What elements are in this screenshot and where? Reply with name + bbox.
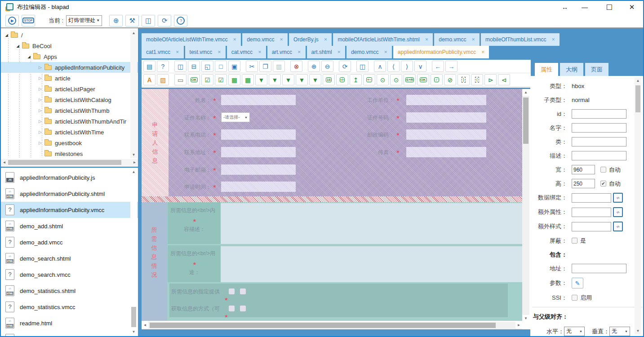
form-text-input[interactable] [221, 164, 296, 175]
select-group-tool-icon[interactable]: ▼ [269, 74, 281, 85]
rectangle-dashed-icon[interactable]: ▣ [228, 61, 240, 72]
form-checkbox[interactable] [229, 288, 235, 294]
expand-icon[interactable]: ▷ [37, 130, 43, 134]
form-text-input[interactable] [406, 147, 486, 157]
scroll-up-icon[interactable]: ▲ [635, 77, 641, 84]
tree-item-guestbook[interactable]: ▷guestbook [1, 137, 138, 148]
scrollbar-thumb[interactable] [131, 307, 136, 327]
scroll-down-icon[interactable]: ▼ [130, 328, 137, 335]
form-text-input[interactable] [221, 182, 296, 192]
form-text-input[interactable] [221, 129, 296, 140]
calendar-tool-icon[interactable]: ▦ [228, 74, 240, 85]
tab-cat-vmcc[interactable]: cat.vmcc✕ [227, 46, 266, 58]
panel-corner-icon[interactable]: ◱ [201, 61, 213, 72]
delete-icon[interactable]: ⊗ [290, 61, 302, 72]
tree-item-appliedinformationpublicity[interactable]: ▷appliedInformationPublicity [1, 62, 138, 73]
tab-close-icon[interactable]: ✕ [258, 50, 262, 54]
code-editor-icon[interactable]: ‹/› [613, 222, 623, 231]
collapse-icon[interactable]: ◢ [26, 55, 32, 59]
scroll-up-icon[interactable]: ▲ [522, 89, 529, 96]
tab-mobileofthumblist-vmcc[interactable]: mobileOfThumbList.vmcc✕ [481, 33, 560, 46]
form-text-input[interactable] [406, 95, 486, 105]
region-right-tool-icon[interactable]: ⟩ [457, 74, 470, 85]
help-icon[interactable]: ? [157, 61, 169, 72]
expand-icon[interactable]: ▷ [37, 87, 43, 91]
tab-properties[interactable]: 属性 [535, 63, 558, 76]
date-input-tool-icon[interactable]: 16 [323, 74, 335, 85]
expand-icon[interactable]: ▷ [37, 141, 43, 145]
code-editor-icon[interactable]: ‹/› [613, 207, 623, 217]
tab-demo-vmcc[interactable]: demo.vmcc✕ [242, 33, 288, 46]
search-replace-tool-icon[interactable]: S+R [404, 74, 416, 85]
checkbox-group-tool-icon[interactable]: ☑ [215, 74, 227, 85]
tree-item-articlelistwithcatalog[interactable]: ▷articleListWithCatalog [1, 94, 138, 105]
tab-close-icon[interactable]: ✕ [425, 37, 429, 42]
tree-item-articlelistwithtime[interactable]: ▷articleListWithTime [1, 127, 138, 137]
tab-mobileofarticlelistwithtime-vmcc[interactable]: mobileOfArticleListWithTime.vmcc✕ [142, 33, 241, 46]
flow-right-tool-icon[interactable]: ⊳ [484, 74, 497, 85]
databind-field[interactable] [572, 193, 611, 203]
checkbox-tool-icon[interactable]: ☑ [201, 74, 213, 85]
form-textarea[interactable] [221, 203, 522, 244]
file-item-appliedinformationpublicity-js[interactable]: JSappliedInformationPublicity.js [1, 169, 138, 186]
tree-item-apps[interactable]: ◢Apps [1, 51, 138, 62]
tab-close-icon[interactable]: ✕ [551, 37, 555, 42]
width-field[interactable] [572, 165, 595, 174]
file-item-item[interactable] [1, 331, 138, 336]
mask-checkbox[interactable] [572, 238, 577, 244]
hide-element-tool-icon[interactable]: ⊘ [444, 74, 456, 85]
scroll-right-icon[interactable]: ► [131, 159, 138, 166]
code-editor-icon[interactable]: ‹/› [613, 193, 623, 203]
form-text-input[interactable] [406, 129, 486, 140]
nav-back-icon[interactable]: ← [432, 61, 444, 72]
file-item-demo-add-shtml[interactable]: ‹/›HTMLdemo_add.shtml [1, 218, 138, 234]
tab-test-vmcc[interactable]: test.vmcc✕ [185, 46, 226, 58]
files-vertical-scrollbar[interactable]: ▲ ▼ [130, 168, 137, 335]
select-text-tool-icon[interactable]: ▼ [282, 74, 294, 85]
maximize-button[interactable]: ☐ [600, 1, 618, 13]
tab-close-icon[interactable]: ✕ [472, 37, 475, 42]
help-button[interactable]: ? [174, 15, 187, 27]
ssi-checkbox[interactable] [572, 295, 577, 301]
radio-tool-icon[interactable]: ⊙ [377, 74, 389, 85]
zoom-in-icon[interactable]: ⊕ [308, 61, 320, 72]
tree-item-becool[interactable]: ◢BeCool [1, 40, 138, 51]
edit-params-icon[interactable]: ✎ [572, 278, 583, 288]
class-field[interactable] [572, 137, 626, 146]
file-item-appliedinformationpublicity-shtml[interactable]: ‹/›HTMLappliedInformationPublicity.shtml [1, 186, 138, 202]
collapse-icon[interactable]: ◢ [4, 33, 9, 37]
tree-item-articlelistwiththumb[interactable]: ▷articleListWithThumb [1, 105, 138, 116]
expand-icon[interactable]: ▷ [37, 76, 43, 80]
scroll-right-icon[interactable]: ► [515, 322, 522, 328]
height-field[interactable] [572, 179, 595, 188]
split-horizontal-icon[interactable]: ⊟ [188, 61, 200, 72]
expand-icon[interactable]: ▷ [37, 98, 43, 102]
scroll-up-icon[interactable]: ▲ [130, 168, 137, 175]
tree-item-articlelistwiththumbandtir[interactable]: ▷articleListWithThumbAndTir [1, 116, 138, 127]
zoom-out-icon[interactable]: ⊖ [321, 61, 333, 72]
scroll-left-icon[interactable]: ◄ [1, 159, 8, 166]
tree-item-articlelistpager[interactable]: ▷articleListPager [1, 84, 138, 94]
refresh-icon[interactable]: ⟳ [339, 61, 351, 72]
form-checkbox[interactable] [240, 306, 246, 311]
tab-close-icon[interactable]: ✕ [338, 50, 341, 54]
form-text-input[interactable] [221, 95, 296, 105]
file-item-demo-statistics-shtml[interactable]: ‹/›HTMLdemo_statistics.shtml [1, 283, 138, 299]
move-left-icon[interactable]: ⟨ [387, 61, 400, 72]
select-time-tool-icon[interactable]: ▼ [309, 74, 321, 85]
move-up-icon[interactable]: ∧ [374, 61, 386, 72]
scrollbar-thumb[interactable] [523, 98, 529, 144]
form-checkbox[interactable] [229, 306, 235, 311]
tab-page[interactable]: 页面 [585, 63, 608, 76]
close-button[interactable]: ✕ [623, 1, 641, 13]
width-auto-checkbox[interactable] [600, 167, 606, 173]
canvas-vertical-scrollbar[interactable]: ▲ ▼ [522, 89, 529, 322]
radio-group-tool-icon[interactable]: ⊙ [390, 74, 402, 85]
paste-icon[interactable]: ▥ [273, 61, 285, 72]
tab-close-icon[interactable]: ✕ [233, 37, 237, 42]
address-field[interactable] [572, 264, 626, 273]
select-link-tool-icon[interactable]: ▼ [296, 74, 308, 85]
tab-orderby-js[interactable]: OrderBy.js✕ [289, 33, 332, 46]
expand-icon[interactable]: ▷ [37, 119, 43, 124]
split-view-button[interactable]: ◫ [142, 15, 155, 27]
